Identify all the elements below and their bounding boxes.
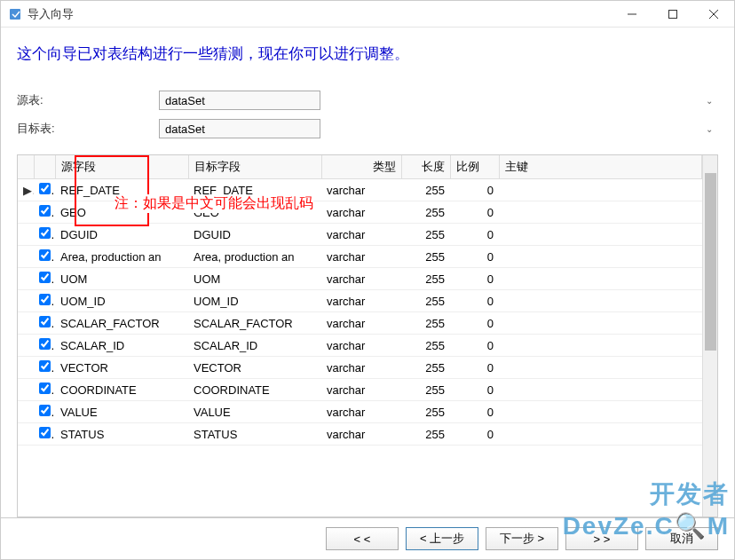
vertical-scrollbar[interactable]	[702, 155, 717, 517]
include-checkbox[interactable]	[39, 427, 51, 438]
include-checkbox[interactable]	[39, 205, 51, 217]
target-field-cell[interactable]: VALUE	[188, 401, 321, 423]
scale-cell[interactable]: 0	[450, 224, 499, 246]
target-field-cell[interactable]: SCALAR_ID	[188, 335, 321, 357]
pk-cell[interactable]	[499, 268, 702, 290]
target-field-cell[interactable]: STATUS	[188, 423, 321, 446]
length-cell[interactable]: 255	[401, 290, 450, 312]
scale-cell[interactable]: 0	[450, 201, 499, 224]
pk-cell[interactable]	[499, 312, 702, 335]
scale-cell[interactable]: 0	[450, 357, 499, 379]
first-button[interactable]: < <	[326, 527, 399, 550]
type-cell[interactable]: varchar	[321, 224, 401, 246]
col-target[interactable]: 目标字段	[188, 155, 321, 179]
last-button[interactable]: > >	[565, 527, 638, 550]
length-cell[interactable]: 255	[401, 224, 450, 246]
type-cell[interactable]: varchar	[321, 312, 401, 335]
type-cell[interactable]: varchar	[321, 379, 401, 401]
pk-cell[interactable]	[499, 246, 702, 268]
source-field-cell[interactable]: UOM_ID	[55, 290, 188, 312]
col-length[interactable]: 长度	[401, 155, 450, 179]
length-cell[interactable]: 255	[401, 401, 450, 423]
type-cell[interactable]: varchar	[321, 268, 401, 290]
type-cell[interactable]: varchar	[321, 290, 401, 312]
cancel-button[interactable]: 取消	[645, 527, 718, 550]
col-source[interactable]: 源字段	[55, 155, 188, 179]
pk-cell[interactable]	[499, 224, 702, 246]
include-checkbox[interactable]	[39, 405, 51, 416]
include-checkbox[interactable]	[39, 360, 51, 372]
source-field-cell[interactable]: SCALAR_FACTOR	[55, 312, 188, 335]
prev-button[interactable]: < 上一步	[406, 527, 478, 550]
length-cell[interactable]: 255	[401, 246, 450, 268]
table-row[interactable]: COORDINATECOORDINATEvarchar2550	[18, 379, 702, 401]
table-row[interactable]: DGUIDDGUIDvarchar2550	[18, 224, 702, 246]
scale-cell[interactable]: 0	[450, 423, 499, 446]
target-table-select[interactable]	[159, 119, 320, 138]
source-table-select[interactable]	[159, 91, 320, 110]
maximize-button[interactable]	[652, 1, 693, 28]
pk-cell[interactable]	[499, 290, 702, 312]
table-row[interactable]: VALUEVALUEvarchar2550	[18, 401, 702, 423]
include-checkbox[interactable]	[39, 272, 51, 283]
scale-cell[interactable]: 0	[450, 335, 499, 357]
length-cell[interactable]: 255	[401, 357, 450, 379]
table-row[interactable]: UOMUOMvarchar2550	[18, 268, 702, 290]
pk-cell[interactable]	[499, 423, 702, 446]
include-checkbox[interactable]	[39, 316, 51, 327]
table-row[interactable]: Area, production anArea, production anva…	[18, 246, 702, 268]
source-field-cell[interactable]: UOM	[55, 268, 188, 290]
length-cell[interactable]: 255	[401, 335, 450, 357]
minimize-button[interactable]	[612, 1, 652, 28]
target-field-cell[interactable]: COORDINATE	[188, 379, 321, 401]
target-field-cell[interactable]: SCALAR_FACTOR	[188, 312, 321, 335]
target-field-cell[interactable]: Area, production an	[188, 246, 321, 268]
type-cell[interactable]: varchar	[321, 335, 401, 357]
type-cell[interactable]: varchar	[321, 357, 401, 379]
table-row[interactable]: STATUSSTATUSvarchar2550	[18, 423, 702, 446]
source-field-cell[interactable]: DGUID	[55, 224, 188, 246]
source-field-cell[interactable]: VECTOR	[55, 357, 188, 379]
scale-cell[interactable]: 0	[450, 401, 499, 423]
source-field-cell[interactable]: COORDINATE	[55, 379, 188, 401]
scrollbar-thumb[interactable]	[705, 173, 716, 351]
type-cell[interactable]: varchar	[321, 401, 401, 423]
pk-cell[interactable]	[499, 379, 702, 401]
source-field-cell[interactable]: VALUE	[55, 401, 188, 423]
col-type[interactable]: 类型	[321, 155, 401, 179]
pk-cell[interactable]	[499, 179, 702, 201]
source-field-cell[interactable]: STATUS	[55, 423, 188, 446]
table-row[interactable]: UOM_IDUOM_IDvarchar2550	[18, 290, 702, 312]
source-field-cell[interactable]: Area, production an	[55, 246, 188, 268]
length-cell[interactable]: 255	[401, 312, 450, 335]
include-checkbox[interactable]	[39, 183, 51, 194]
include-checkbox[interactable]	[39, 383, 51, 394]
pk-cell[interactable]	[499, 335, 702, 357]
next-button[interactable]: 下一步 >	[486, 527, 558, 550]
length-cell[interactable]: 255	[401, 179, 450, 201]
source-field-cell[interactable]: SCALAR_ID	[55, 335, 188, 357]
scale-cell[interactable]: 0	[450, 179, 499, 201]
type-cell[interactable]: varchar	[321, 423, 401, 446]
col-pk[interactable]: 主键	[499, 155, 702, 179]
scale-cell[interactable]: 0	[450, 312, 499, 335]
scale-cell[interactable]: 0	[450, 379, 499, 401]
include-checkbox[interactable]	[39, 294, 51, 305]
table-row[interactable]: SCALAR_IDSCALAR_IDvarchar2550	[18, 335, 702, 357]
target-field-cell[interactable]: UOM	[188, 268, 321, 290]
scale-cell[interactable]: 0	[450, 268, 499, 290]
target-field-cell[interactable]: UOM_ID	[188, 290, 321, 312]
pk-cell[interactable]	[499, 201, 702, 224]
scale-cell[interactable]: 0	[450, 246, 499, 268]
length-cell[interactable]: 255	[401, 201, 450, 224]
include-checkbox[interactable]	[39, 227, 51, 239]
close-button[interactable]	[693, 1, 734, 28]
target-field-cell[interactable]: VECTOR	[188, 357, 321, 379]
type-cell[interactable]: varchar	[321, 246, 401, 268]
table-row[interactable]: VECTORVECTORvarchar2550	[18, 357, 702, 379]
table-row[interactable]: SCALAR_FACTORSCALAR_FACTORvarchar2550	[18, 312, 702, 335]
include-checkbox[interactable]	[39, 338, 51, 350]
length-cell[interactable]: 255	[401, 379, 450, 401]
scale-cell[interactable]: 0	[450, 290, 499, 312]
target-field-cell[interactable]: DGUID	[188, 224, 321, 246]
